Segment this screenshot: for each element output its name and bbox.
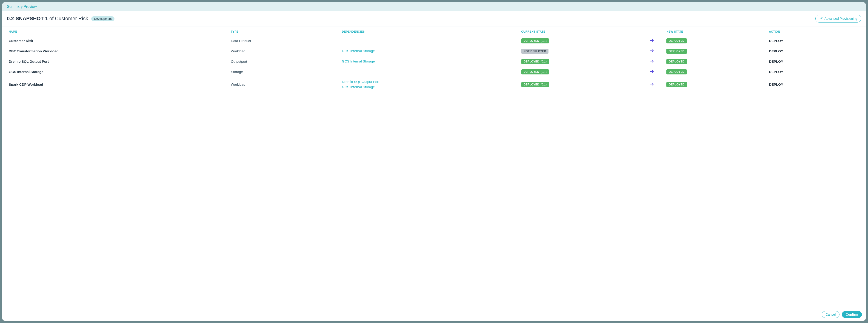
confirm-button[interactable]: Confirm <box>842 311 862 318</box>
page-title: 0.2-SNAPSHOT-1 of Customer Risk <box>7 15 88 22</box>
dependency-link[interactable]: GCS Internal Storage <box>342 49 518 54</box>
row-dependencies: GCS Internal Storage <box>340 56 519 67</box>
advanced-provisioning-label: Advanced Provisioning <box>825 17 857 21</box>
state-badge: DEPLOYED <box>666 59 687 64</box>
summary-preview-header: Summary Preview <box>2 2 866 11</box>
row-new-state: DEPLOYED <box>664 46 767 56</box>
table-row: Spark CDP WorkloadWorkloadDremio SQL Out… <box>7 77 861 92</box>
state-badge: DEPLOYED <box>666 38 687 43</box>
row-dependencies: Dremio SQL Output PortGCS Internal Stora… <box>340 77 519 92</box>
pencil-icon <box>819 17 823 21</box>
summary-preview-panel: Summary Preview 0.2-SNAPSHOT-1 of Custom… <box>2 2 866 321</box>
table-row: DBT Transformation WorkloadWorkloadGCS I… <box>7 46 861 56</box>
row-action: DEPLOY <box>767 36 861 46</box>
col-current: CURRENT STATE <box>520 26 639 36</box>
arrow-right-icon <box>639 36 664 46</box>
row-current-state: DEPLOYED (0.1) <box>520 67 639 77</box>
state-badge: DEPLOYED (0.1) <box>521 59 549 64</box>
row-new-state: DEPLOYED <box>664 56 767 67</box>
col-type: TYPE <box>229 26 340 36</box>
row-dependencies <box>340 67 519 77</box>
state-badge: DEPLOYED (0.1) <box>521 82 549 87</box>
row-type: Workload <box>229 77 340 92</box>
row-type: Storage <box>229 67 340 77</box>
row-type: Workload <box>229 46 340 56</box>
row-current-state: NOT DEPLOYED <box>520 46 639 56</box>
row-dependencies <box>340 36 519 46</box>
col-name: NAME <box>7 26 229 36</box>
col-dependencies: DEPENDENCIES <box>340 26 519 36</box>
col-action: ACTION <box>767 26 861 36</box>
arrow-right-icon <box>639 67 664 77</box>
state-badge: NOT DEPLOYED <box>521 49 549 54</box>
row-type: Outputport <box>229 56 340 67</box>
arrow-right-icon <box>639 56 664 67</box>
arrow-right-icon <box>639 46 664 56</box>
title-row: 0.2-SNAPSHOT-1 of Customer Risk Developm… <box>2 11 866 26</box>
environment-badge: Development <box>91 16 115 21</box>
row-name: DBT Transformation Workload <box>7 46 229 56</box>
col-new: NEW STATE <box>664 26 767 36</box>
row-action: DEPLOY <box>767 67 861 77</box>
arrow-right-icon <box>639 77 664 92</box>
row-name: GCS Internal Storage <box>7 67 229 77</box>
row-current-state: DEPLOYED (0.1) <box>520 36 639 46</box>
row-action: DEPLOY <box>767 77 861 92</box>
row-new-state: DEPLOYED <box>664 67 767 77</box>
provisioning-table: NAME TYPE DEPENDENCIES CURRENT STATE NEW… <box>7 26 861 92</box>
row-current-state: DEPLOYED (0.1) <box>520 77 639 92</box>
state-badge: DEPLOYED <box>666 69 687 74</box>
dependency-link[interactable]: Dremio SQL Output Port <box>342 79 518 85</box>
row-action: DEPLOY <box>767 56 861 67</box>
table-row: GCS Internal StorageStorageDEPLOYED (0.1… <box>7 67 861 77</box>
state-badge: DEPLOYED (0.1) <box>521 69 549 74</box>
row-name: Dremio SQL Output Port <box>7 56 229 67</box>
table-row: Dremio SQL Output PortOutputportGCS Inte… <box>7 56 861 67</box>
title-of: of <box>50 15 54 21</box>
title-product: Customer Risk <box>55 15 88 21</box>
dependency-link[interactable]: GCS Internal Storage <box>342 59 518 64</box>
state-badge: DEPLOYED <box>666 49 687 54</box>
row-name: Spark CDP Workload <box>7 77 229 92</box>
state-badge: DEPLOYED (0.1) <box>521 38 549 43</box>
row-new-state: DEPLOYED <box>664 36 767 46</box>
footer-actions: Cancel Confirm <box>2 308 866 321</box>
state-badge: DEPLOYED <box>666 82 687 87</box>
advanced-provisioning-button[interactable]: Advanced Provisioning <box>815 15 861 23</box>
row-new-state: DEPLOYED <box>664 77 767 92</box>
row-current-state: DEPLOYED (0.1) <box>520 56 639 67</box>
cancel-button[interactable]: Cancel <box>822 311 840 318</box>
title-version: 0.2-SNAPSHOT-1 <box>7 15 48 21</box>
row-dependencies: GCS Internal Storage <box>340 46 519 56</box>
row-type: Data Product <box>229 36 340 46</box>
dependency-link[interactable]: GCS Internal Storage <box>342 85 518 90</box>
row-action: DEPLOY <box>767 46 861 56</box>
row-name: Customer Risk <box>7 36 229 46</box>
table-row: Customer RiskData ProductDEPLOYED (0.1)D… <box>7 36 861 46</box>
